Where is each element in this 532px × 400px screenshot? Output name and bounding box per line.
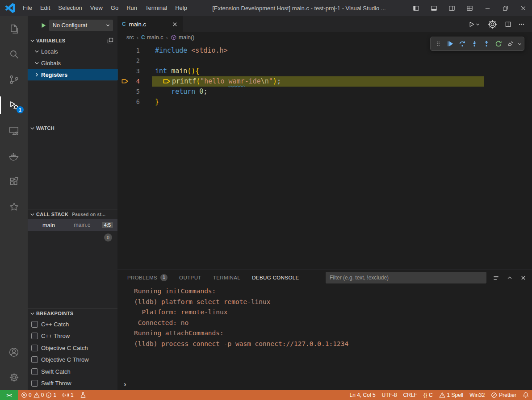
step-over-button[interactable] — [456, 38, 468, 50]
variables-item-locals[interactable]: Locals — [28, 46, 117, 57]
encoding-indicator[interactable]: UTF-8 — [379, 390, 400, 400]
cursor-position[interactable]: Ln 4, Col 5 — [347, 390, 379, 400]
formatter-status[interactable]: Prettier — [488, 390, 519, 400]
breakpoint-checkbox[interactable] — [31, 356, 38, 363]
toggle-panel-button[interactable] — [425, 0, 443, 16]
menu-edit[interactable]: Edit — [36, 0, 54, 16]
breakpoints-section-header[interactable]: BREAKPOINTS — [28, 308, 117, 318]
tab-close-icon[interactable] — [172, 21, 178, 28]
breadcrumb-item[interactable]: src — [126, 34, 134, 41]
menu-run[interactable]: Run — [122, 0, 141, 16]
eol-indicator[interactable]: CRLF — [400, 390, 420, 400]
breakpoint-checkbox[interactable] — [31, 345, 38, 351]
breakpoint-row[interactable]: C++ Catch — [28, 318, 117, 330]
panel-tab-problems[interactable]: PROBLEMS1 — [127, 270, 168, 285]
restore-button[interactable] — [496, 0, 514, 16]
language-mode[interactable]: {} C — [420, 390, 436, 400]
call-stack-frame[interactable]: mainmain.c4:5 — [28, 219, 117, 231]
toggle-secondary-sidebar-button[interactable] — [443, 0, 461, 16]
restore-icon — [502, 5, 509, 12]
activity-item-docker[interactable] — [0, 143, 28, 169]
debug-toolbar-more-button[interactable] — [516, 38, 523, 50]
panel-tab-label: TERMINAL — [213, 275, 240, 280]
activity-item-explorer[interactable] — [0, 16, 28, 42]
menu-selection[interactable]: Selection — [54, 0, 86, 16]
gear-button[interactable] — [487, 19, 498, 30]
variables-section-header[interactable]: VARIABLES — [28, 36, 117, 46]
breakpoint-checkbox[interactable] — [31, 380, 38, 387]
breadcrumb-item[interactable]: main() — [171, 34, 194, 41]
step-out-button[interactable] — [480, 38, 492, 50]
customize-layout-button[interactable] — [461, 0, 478, 16]
call-stack-section-header[interactable]: CALL STACK Paused on st... — [28, 209, 117, 219]
chevron-up-button[interactable] — [507, 275, 513, 281]
activity-badge: 1 — [17, 106, 24, 113]
tab-main-c[interactable]: C main.c — [117, 16, 183, 32]
window-controls — [407, 0, 532, 16]
drag-grip-button[interactable] — [432, 38, 444, 50]
activity-item-run-and-debug[interactable]: 1 — [0, 92, 28, 118]
breakpoint-checkbox[interactable] — [31, 321, 38, 328]
variables-item-globals[interactable]: Globals — [28, 57, 117, 69]
disconnect-button[interactable] — [504, 38, 516, 50]
close-window-button[interactable] — [514, 0, 532, 16]
menu-go[interactable]: Go — [107, 0, 122, 16]
menu-terminal[interactable]: Terminal — [141, 0, 171, 16]
run-button[interactable] — [468, 21, 480, 28]
experiments-status[interactable] — [77, 390, 89, 400]
breakpoint-row[interactable]: Swift Throw — [28, 378, 117, 390]
restart-icon — [495, 40, 502, 47]
menu-file[interactable]: File — [19, 0, 36, 16]
spell-checker-status[interactable]: 1 Spell — [436, 390, 467, 400]
problems-status[interactable]: 0 0 1 — [18, 390, 59, 400]
start-debug-play-icon[interactable] — [40, 22, 46, 29]
restart-button[interactable] — [492, 38, 504, 50]
step-into-button[interactable] — [468, 38, 480, 50]
breakpoint-checkbox[interactable] — [31, 333, 38, 339]
breadcrumb-label: main() — [179, 34, 194, 41]
split-editor-button[interactable] — [505, 21, 511, 28]
continue-button[interactable] — [444, 38, 456, 50]
activity-item-favorites[interactable] — [0, 194, 28, 220]
breadcrumb-item[interactable]: Cmain.c — [141, 34, 163, 41]
activity-item-extensions[interactable] — [0, 169, 28, 194]
minimize-button[interactable] — [478, 0, 496, 16]
breakpoint-row[interactable]: C++ Throw — [28, 330, 117, 342]
line-number: 2 — [117, 56, 140, 66]
debug-toolbar — [430, 37, 524, 51]
breakpoint-row[interactable]: Objective C Throw — [28, 354, 117, 366]
activity-item-remote-explorer[interactable] — [0, 118, 28, 143]
ellipsis-button[interactable] — [518, 21, 525, 28]
panel-tab-terminal[interactable]: TERMINAL — [213, 270, 240, 285]
panel-tab-debug-console[interactable]: DEBUG CONSOLE — [252, 270, 299, 285]
breakpoints-list: C++ CatchC++ ThrowObjective C CatchObjec… — [28, 318, 117, 389]
debug-config-dropdown[interactable]: No Configurat — [49, 20, 113, 31]
notifications-bell[interactable] — [519, 390, 532, 400]
menu-view[interactable]: View — [86, 0, 107, 16]
watch-section-header[interactable]: WATCH — [28, 123, 117, 133]
console-line: Running attachCommands: — [134, 328, 532, 339]
target-platform[interactable]: Win32 — [466, 390, 488, 400]
variables-item-registers[interactable]: Registers — [28, 69, 117, 80]
call-stack-status: Paused on st... — [72, 212, 105, 217]
activity-item-source-control[interactable] — [0, 67, 28, 92]
breakpoint-row[interactable]: Objective C Catch — [28, 342, 117, 354]
activity-item-settings[interactable] — [0, 365, 28, 390]
console-filter-input[interactable] — [326, 272, 486, 283]
toggle-sidebar-button[interactable] — [407, 0, 425, 16]
ports-status[interactable]: 1 — [59, 390, 77, 400]
activity-item-search[interactable] — [0, 42, 28, 67]
lines-button[interactable] — [493, 275, 499, 281]
panels-icon[interactable] — [107, 37, 114, 44]
remote-indicator[interactable]: >< — [0, 390, 18, 400]
breakpoint-checkbox[interactable] — [31, 368, 38, 375]
menu-help[interactable]: Help — [171, 0, 191, 16]
code-token — [187, 46, 191, 54]
code-token — [167, 67, 171, 75]
breakpoint-row[interactable]: Swift Catch — [28, 366, 117, 378]
status-bar: >< 0 0 1 1 Ln 4, Col 5 UTF-8 CRLF {} C 1… — [0, 390, 532, 400]
activity-item-accounts[interactable] — [0, 339, 28, 365]
close-button[interactable] — [520, 275, 527, 281]
console-prompt[interactable]: › — [124, 380, 126, 388]
panel-tab-output[interactable]: OUTPUT — [179, 270, 201, 285]
